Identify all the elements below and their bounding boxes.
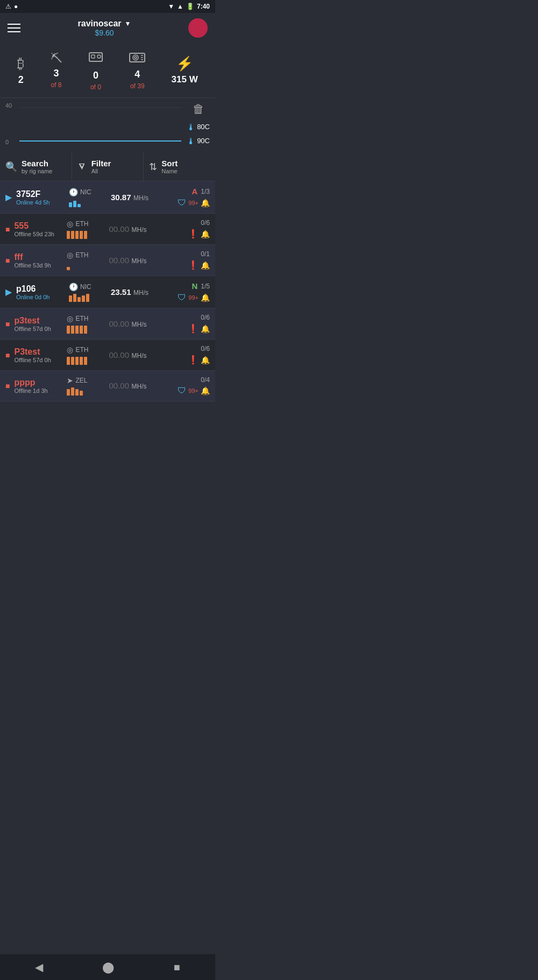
bar bbox=[71, 326, 74, 334]
bar bbox=[73, 201, 76, 207]
hashrate-bars bbox=[67, 387, 83, 396]
rig-top-right: 0/6 bbox=[201, 219, 210, 227]
algo-status-letter: N bbox=[192, 281, 197, 291]
rig-fraction: 0/6 bbox=[201, 345, 210, 352]
rig-fraction: 0/6 bbox=[201, 219, 210, 227]
algo-name: ETH bbox=[75, 346, 88, 354]
bell-icon[interactable]: 🔔 bbox=[201, 261, 210, 270]
algo-name: NIC bbox=[80, 188, 91, 196]
algo-label: ◎ETH bbox=[67, 220, 88, 228]
rig-status-button[interactable]: ■ bbox=[5, 350, 10, 360]
username-display[interactable]: ravinoscar ▼ bbox=[78, 19, 131, 29]
stat-miners[interactable]: ⛏ 3 of 8 bbox=[51, 52, 62, 89]
status-bar: ⚠ ● ▼ ▲ 🔋 7:40 bbox=[0, 0, 215, 13]
rig-name: p3test bbox=[14, 316, 62, 326]
rig-item[interactable]: ▶3752FOnline 4d 5h🕐NIC30.87 MH/sA1/3🛡99+… bbox=[0, 181, 215, 214]
bar bbox=[84, 326, 87, 334]
stat-gpus[interactable]: 4 of 39 bbox=[129, 51, 145, 90]
rig-status-text: Offline 57d 0h bbox=[14, 357, 62, 363]
hashrate-value: 00.00 bbox=[109, 224, 129, 234]
rig-status-button[interactable]: ■ bbox=[5, 256, 10, 265]
algo-name: NIC bbox=[80, 283, 91, 291]
rig-name-col: fffOffline 53d 9h bbox=[14, 252, 62, 269]
bell-icon[interactable]: 🔔 bbox=[201, 199, 210, 207]
algo-name: ETH bbox=[75, 315, 88, 322]
hashrate-chart: 40 0 bbox=[5, 102, 181, 145]
power-value: 315 W bbox=[172, 74, 198, 85]
algo-label: ◎ETH bbox=[67, 314, 88, 323]
rig-status-button[interactable]: ■ bbox=[5, 319, 10, 329]
rigs-icon bbox=[88, 50, 103, 68]
rig-name: 3752F bbox=[16, 189, 65, 199]
stat-power[interactable]: ⚡ 315 W bbox=[172, 55, 198, 85]
alert-badge: 99+ bbox=[188, 200, 199, 206]
algo-icon: ◎ bbox=[67, 346, 73, 354]
rig-name-col: ppppOffline 1d 3h bbox=[14, 378, 62, 394]
algo-name: ETH bbox=[75, 220, 88, 228]
thermometer-icon: 🌡 bbox=[187, 121, 195, 135]
stop-icon: ■ bbox=[5, 351, 10, 359]
bell-icon[interactable]: 🔔 bbox=[201, 356, 210, 364]
rig-item[interactable]: ■555Offline 59d 23h◎ETH00.00 MH/s0/6❗🔔 bbox=[0, 214, 215, 245]
circle-icon: ● bbox=[14, 3, 18, 10]
rig-fraction: 0/4 bbox=[201, 376, 210, 384]
stat-coins[interactable]: ₿ 2 bbox=[17, 55, 24, 86]
rig-status-button[interactable]: ■ bbox=[5, 381, 10, 391]
rig-item[interactable]: ■fffOffline 53d 9h◎ETH00.00 MH/s0/1❗🔔 bbox=[0, 245, 215, 276]
rig-item[interactable]: ■p3testOffline 57d 0h◎ETH00.00 MH/s0/6❗🔔 bbox=[0, 308, 215, 340]
rig-name-col: 555Offline 59d 23h bbox=[14, 221, 62, 237]
rig-item[interactable]: ■P3testOffline 57d 0h◎ETH00.00 MH/s0/6❗🔔 bbox=[0, 340, 215, 371]
signal-icon: ▲ bbox=[177, 3, 183, 10]
rig-name: P3test bbox=[14, 347, 62, 357]
rig-item[interactable]: ▶p106Online 0d 0h🕐NIC23.51 MH/sN1/5🛡99+🔔 bbox=[0, 276, 215, 308]
gpus-icon bbox=[129, 51, 145, 67]
rig-top-right: 0/1 bbox=[201, 250, 210, 258]
bar bbox=[69, 202, 72, 207]
algo-icon: ➤ bbox=[67, 376, 73, 385]
search-button[interactable]: 🔍 Search by rig name bbox=[0, 152, 72, 181]
rig-status-text: Offline 53d 9h bbox=[14, 262, 62, 269]
clear-chart-button[interactable]: 🗑 bbox=[193, 102, 204, 116]
error-icon: ❗ bbox=[188, 355, 199, 365]
miners-sub: of 8 bbox=[51, 81, 62, 89]
rig-algo-col: ◎ETH bbox=[67, 251, 104, 270]
hashrate-value: 00.00 bbox=[109, 350, 129, 359]
rig-status-button[interactable]: ■ bbox=[5, 224, 10, 234]
algo-icon: ◎ bbox=[67, 251, 73, 259]
bar bbox=[75, 389, 79, 396]
filter-button[interactable]: ⛛ Filter All bbox=[72, 152, 144, 181]
hashrate-unit: MH/s bbox=[131, 321, 146, 328]
algo-status-letter: A bbox=[192, 187, 197, 196]
rig-top-right: 0/4 bbox=[201, 376, 210, 384]
rig-item[interactable]: ■ppppOffline 1d 3h➤ZEL00.00 MH/s0/4🛡99+🔔 bbox=[0, 371, 215, 401]
temp-critical-value: 90C bbox=[197, 136, 210, 147]
bell-icon[interactable]: 🔔 bbox=[201, 386, 210, 395]
shield-alert-icon: 🛡 bbox=[178, 293, 186, 302]
sort-button[interactable]: ⇅ Sort Name bbox=[144, 152, 215, 181]
rig-algo-col: 🕐NIC bbox=[69, 283, 107, 302]
bell-icon[interactable]: 🔔 bbox=[201, 230, 210, 238]
hashrate-bars bbox=[67, 230, 87, 239]
hashrate-bars bbox=[67, 356, 87, 365]
bar bbox=[75, 326, 79, 334]
rig-status-text: Online 4d 5h bbox=[16, 199, 65, 206]
bar bbox=[71, 231, 74, 239]
rig-hashrate-col: 00.00 MH/s bbox=[109, 224, 173, 234]
bar bbox=[82, 295, 85, 302]
algo-name: ZEL bbox=[75, 377, 87, 384]
battery-icon: 🔋 bbox=[186, 3, 194, 10]
algo-icon: 🕐 bbox=[69, 188, 78, 196]
rig-status-button[interactable]: ▶ bbox=[5, 287, 12, 297]
bell-icon[interactable]: 🔔 bbox=[201, 293, 210, 302]
sort-title: Sort bbox=[161, 159, 178, 168]
stat-rigs[interactable]: 0 of 0 bbox=[88, 50, 103, 91]
status-dot[interactable] bbox=[188, 18, 208, 38]
rig-right-col: N1/5🛡99+🔔 bbox=[178, 281, 210, 302]
bell-icon[interactable]: 🔔 bbox=[201, 325, 210, 333]
alert-badge: 99+ bbox=[188, 294, 199, 301]
rigs-value: 0 bbox=[93, 70, 98, 81]
rig-status-button[interactable]: ▶ bbox=[5, 192, 12, 202]
bar bbox=[84, 357, 87, 365]
menu-button[interactable] bbox=[8, 24, 20, 32]
stop-icon: ■ bbox=[5, 225, 10, 234]
